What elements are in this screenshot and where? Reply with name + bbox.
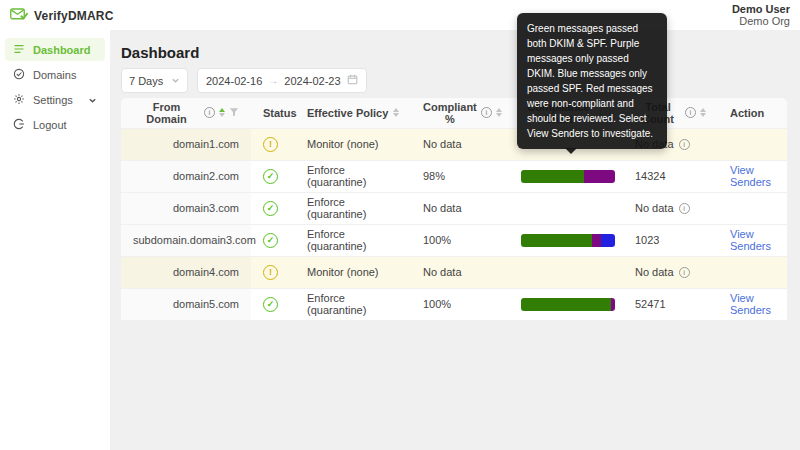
sort-control[interactable] xyxy=(393,108,399,117)
bar-segment-green xyxy=(521,234,592,247)
sort-control[interactable] xyxy=(219,108,225,117)
bar-segment-purple xyxy=(611,298,615,311)
table-row: domain1.com ! Monitor (none) No data No … xyxy=(121,128,787,160)
cell-policy: Enforce (quarantine) xyxy=(295,288,411,320)
cell-domain: domain1.com xyxy=(121,128,251,160)
arrow-right-icon: → xyxy=(268,75,278,86)
cell-total-text: No data xyxy=(635,266,674,278)
cell-policy: Enforce (quarantine) xyxy=(295,224,411,256)
calendar-icon xyxy=(347,74,358,87)
sort-control[interactable] xyxy=(496,108,502,117)
bar-segment-green xyxy=(521,170,584,183)
sidebar-item-label: Domains xyxy=(33,69,76,81)
cell-domain: domain3.com xyxy=(121,192,251,224)
date-end[interactable]: 2024-02-23 xyxy=(284,75,340,87)
range-select-value: 7 Days xyxy=(129,75,163,87)
cell-policy: Monitor (none) xyxy=(295,128,411,160)
cell-chart xyxy=(509,288,623,320)
user-name: Demo User xyxy=(732,3,790,15)
bar-segment-green xyxy=(521,298,611,311)
envelope-check-icon xyxy=(10,6,28,25)
compliance-bar[interactable] xyxy=(521,170,615,183)
column-header-status: Status xyxy=(251,98,295,128)
cell-chart xyxy=(509,256,623,288)
sidebar-item-domains[interactable]: Domains xyxy=(5,63,105,86)
user-org: Demo Org xyxy=(732,15,790,27)
user-box[interactable]: Demo User Demo Org xyxy=(732,3,790,27)
domains-table: From Domain i xyxy=(121,98,787,321)
view-senders-link[interactable]: View Senders xyxy=(730,292,771,316)
status-ok-icon: ✓ xyxy=(263,169,278,184)
cell-total-text: 14324 xyxy=(635,170,666,182)
info-icon[interactable]: i xyxy=(679,139,690,150)
column-label: Compliant % xyxy=(423,101,477,125)
range-select[interactable]: 7 Days xyxy=(121,68,188,93)
cell-action: View Senders xyxy=(718,288,787,320)
compliance-bar[interactable] xyxy=(521,234,615,247)
compliance-chart-tooltip: Green messages passed both DKIM & SPF. P… xyxy=(517,13,667,149)
column-label: From Domain xyxy=(133,101,200,125)
cell-policy: Enforce (quarantine) xyxy=(295,160,411,192)
cell-total-text: 1023 xyxy=(635,234,659,246)
page-title: Dashboard xyxy=(121,44,199,61)
column-header-from-domain[interactable]: From Domain i xyxy=(121,98,251,128)
chevron-down-icon xyxy=(171,75,180,87)
date-range-picker[interactable]: 2024-02-16 → 2024-02-23 xyxy=(197,68,367,93)
info-icon[interactable]: i xyxy=(679,203,690,214)
cell-total: 1023 xyxy=(623,224,718,256)
column-label: Status xyxy=(263,107,297,119)
cell-action: View Senders xyxy=(718,224,787,256)
info-icon[interactable]: i xyxy=(204,107,215,118)
cell-chart xyxy=(509,192,623,224)
status-warning-icon: ! xyxy=(263,137,278,152)
cell-chart xyxy=(509,224,623,256)
column-header-compliant[interactable]: Compliant % i xyxy=(411,98,509,128)
info-icon[interactable]: i xyxy=(685,107,696,118)
cell-total: 14324 xyxy=(623,160,718,192)
status-warning-icon: ! xyxy=(263,265,278,280)
column-header-effective-policy[interactable]: Effective Policy xyxy=(295,98,411,128)
table-row: domain2.com ✓ Enforce (quarantine) 98% 1… xyxy=(121,160,787,192)
cell-policy: Monitor (none) xyxy=(295,256,411,288)
info-icon[interactable]: i xyxy=(679,267,690,278)
chevron-down-icon xyxy=(88,95,97,107)
cell-total-text: 52471 xyxy=(635,298,666,310)
cell-action xyxy=(718,192,787,224)
table-body: domain1.com ! Monitor (none) No data No … xyxy=(121,128,787,320)
cell-chart xyxy=(509,160,623,192)
cell-status: ✓ xyxy=(251,192,295,224)
cell-status: ! xyxy=(251,256,295,288)
column-label: Action xyxy=(730,107,764,119)
sidebar-item-settings[interactable]: Settings xyxy=(5,88,105,111)
info-icon[interactable]: i xyxy=(481,107,492,118)
bar-segment-purple xyxy=(584,170,615,183)
cell-action: View Senders xyxy=(718,160,787,192)
sidebar-item-logout[interactable]: Logout xyxy=(5,113,105,136)
compliance-bar[interactable] xyxy=(521,298,615,311)
cell-domain: subdomain.domain3.com xyxy=(121,224,251,256)
cell-total: 52471 xyxy=(623,288,718,320)
cell-action xyxy=(718,256,787,288)
table-row: domain5.com ✓ Enforce (quarantine) 100% … xyxy=(121,288,787,320)
dashboard-icon xyxy=(13,43,25,57)
bar-segment-blue xyxy=(601,234,615,247)
filter-funnel-icon[interactable] xyxy=(229,107,239,119)
view-senders-link[interactable]: View Senders xyxy=(730,164,771,188)
table-row: domain3.com ✓ Enforce (quarantine) No da… xyxy=(121,192,787,224)
sidebar-item-dashboard[interactable]: Dashboard xyxy=(5,38,105,61)
cell-status: ✓ xyxy=(251,160,295,192)
cell-compliant: No data xyxy=(411,256,509,288)
filter-bar: 7 Days 2024-02-16 → 2024-02-23 xyxy=(121,68,367,93)
sort-control[interactable] xyxy=(700,108,706,117)
table-row: domain4.com ! Monitor (none) No data No … xyxy=(121,256,787,288)
cell-domain: domain5.com xyxy=(121,288,251,320)
cell-status: ✓ xyxy=(251,224,295,256)
main-content: Dashboard 7 Days 2024-02-16 → 2024-02-23 xyxy=(110,30,800,450)
app-logo[interactable]: VerifyDMARC xyxy=(10,6,114,25)
column-header-action: Action xyxy=(718,98,787,128)
date-start[interactable]: 2024-02-16 xyxy=(206,75,262,87)
table-header-row: From Domain i xyxy=(121,98,787,128)
cell-domain: domain2.com xyxy=(121,160,251,192)
view-senders-link[interactable]: View Senders xyxy=(730,228,771,252)
bar-segment-purple xyxy=(592,234,601,247)
